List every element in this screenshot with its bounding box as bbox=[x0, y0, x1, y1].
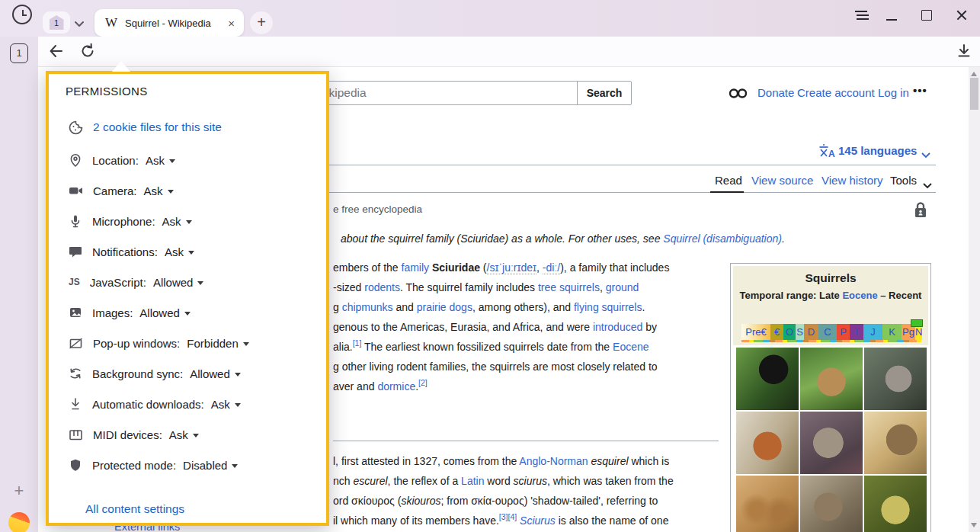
tab-view-source[interactable]: View source bbox=[751, 174, 813, 187]
microphone-icon bbox=[69, 214, 82, 229]
timeline-period-P[interactable]: P bbox=[837, 324, 850, 340]
all-content-settings-link[interactable]: All content settings bbox=[85, 502, 184, 516]
infobox-image-fox-squirrel[interactable] bbox=[736, 412, 799, 474]
timeline-period-J[interactable]: J bbox=[863, 324, 882, 340]
images-icon bbox=[69, 306, 82, 319]
new-tab-button[interactable]: + bbox=[250, 11, 273, 34]
permission-label: Background sync: bbox=[92, 367, 183, 380]
permission-row-protected-mode: Protected mode: Disabled bbox=[69, 455, 238, 475]
tab-count-badge[interactable]: 1 bbox=[10, 43, 28, 63]
caret-down-icon bbox=[169, 159, 175, 163]
page-protection-lock-icon[interactable] bbox=[913, 201, 928, 223]
infobox-image-black-giant-squirrel[interactable] bbox=[736, 348, 799, 410]
timeline-period-O[interactable]: O bbox=[783, 324, 796, 340]
timeline-period-Pre€[interactable]: Pre€ bbox=[741, 324, 770, 340]
body-line: aver and dormice.[2] bbox=[333, 377, 731, 396]
browser-sidebar: 1 + ••• bbox=[0, 37, 38, 532]
personal-tools-more-icon[interactable]: ••• bbox=[913, 84, 927, 97]
permission-row-images: Images: Allowed bbox=[69, 303, 191, 322]
tab-group-chevron-icon[interactable] bbox=[73, 17, 85, 30]
permission-value-dropdown[interactable]: Disabled bbox=[183, 459, 238, 472]
tab-group-chip[interactable]: 1 bbox=[43, 11, 70, 34]
caret-down-icon bbox=[235, 373, 241, 377]
midi-devices-icon bbox=[69, 428, 83, 441]
permission-label: Images: bbox=[92, 306, 133, 319]
scroll-down-arrow[interactable] bbox=[971, 523, 977, 527]
permission-value-dropdown[interactable]: Ask bbox=[169, 428, 199, 441]
permission-value-dropdown[interactable]: Ask bbox=[162, 215, 192, 228]
timeline-period-T[interactable]: T bbox=[850, 324, 863, 340]
permission-row-javascript: JS JavaScript: Allowed bbox=[69, 272, 203, 292]
yandex-browser-icon[interactable] bbox=[8, 512, 30, 532]
languages-button[interactable]: 145 languages bbox=[838, 144, 917, 157]
infobox-image-standing-ground-squirrels[interactable] bbox=[736, 476, 799, 532]
permission-row-automatic-downloads: Automatic downloads: Ask bbox=[69, 394, 241, 414]
scrollbar-thumb[interactable] bbox=[970, 78, 978, 110]
permissions-panel: PERMISSIONS 2 cookie files for this site… bbox=[46, 71, 329, 526]
site-tagline: e free encyclopedia bbox=[333, 204, 422, 215]
permission-value-dropdown[interactable]: Ask bbox=[211, 398, 241, 411]
refresh-icon[interactable] bbox=[79, 43, 96, 62]
infobox-image-unstriped-ground-squirrel[interactable] bbox=[864, 412, 927, 474]
permission-value-dropdown[interactable]: Ask bbox=[165, 245, 194, 258]
infobox-image-prairie-dogs[interactable] bbox=[864, 476, 927, 532]
notifications-icon bbox=[69, 245, 82, 258]
login-link[interactable]: Log in bbox=[878, 86, 909, 99]
wikipedia-favicon: W bbox=[105, 15, 117, 30]
infobox-image-gray-squirrel[interactable] bbox=[864, 348, 927, 410]
maximize-button[interactable] bbox=[919, 8, 934, 23]
languages-chevron-icon[interactable] bbox=[921, 148, 931, 162]
history-clock-icon[interactable] bbox=[12, 5, 32, 24]
section-divider bbox=[333, 441, 719, 441]
permission-row-popup-windows: Pop-up windows: Forbidden bbox=[69, 333, 249, 353]
tab-read[interactable]: Read bbox=[715, 174, 742, 187]
permission-label: JavaScript: bbox=[90, 276, 146, 289]
wiki-search-button[interactable]: Search bbox=[577, 81, 632, 105]
body-line: g chipmunks and prairie dogs, among othe… bbox=[333, 297, 731, 317]
minimize-button[interactable] bbox=[884, 8, 899, 23]
create-account-link[interactable]: Create account bbox=[797, 86, 875, 99]
timeline-period-K[interactable]: K bbox=[882, 324, 902, 340]
infobox-image-chipmunk[interactable] bbox=[800, 348, 863, 410]
browser-menu-button[interactable] bbox=[853, 8, 869, 23]
permission-row-location: Location: Ask bbox=[69, 150, 175, 170]
body-line: -sized rodents. The squirrel family incl… bbox=[333, 277, 731, 297]
infobox-image-ground-squirrel[interactable] bbox=[800, 412, 863, 474]
scroll-up-arrow[interactable] bbox=[971, 72, 977, 76]
tools-chevron-icon[interactable] bbox=[922, 178, 933, 192]
appearance-glasses-icon[interactable] bbox=[729, 88, 748, 102]
body-line: ord σκίουρος (skiouros; from σκία-ουρος)… bbox=[333, 491, 731, 511]
body-line: genous to the Americas, Eurasia, and Afr… bbox=[333, 317, 731, 337]
tab-tools[interactable]: Tools bbox=[890, 174, 917, 187]
infobox-image-marmots[interactable] bbox=[800, 476, 863, 532]
cookies-link[interactable]: 2 cookie files for this site bbox=[93, 120, 222, 134]
permission-row-camera: Camera: Ask bbox=[69, 181, 174, 200]
permissions-title: PERMISSIONS bbox=[66, 85, 148, 98]
donate-link[interactable]: Donate bbox=[757, 86, 794, 99]
page-scrollbar[interactable] bbox=[969, 67, 980, 532]
permission-label: MIDI devices: bbox=[93, 428, 162, 441]
timeline-period-€[interactable]: € bbox=[770, 324, 783, 340]
tab-close-icon[interactable]: × bbox=[226, 17, 236, 30]
permission-value-dropdown[interactable]: Ask bbox=[146, 154, 175, 167]
back-icon[interactable] bbox=[47, 42, 66, 63]
permission-value-dropdown[interactable]: Allowed bbox=[139, 306, 191, 319]
timeline-period-C[interactable]: C bbox=[818, 324, 837, 340]
permission-value-dropdown[interactable]: Allowed bbox=[153, 276, 204, 289]
permission-label: Camera: bbox=[93, 184, 137, 197]
close-window-button[interactable] bbox=[954, 8, 969, 23]
downloads-toolbar-icon[interactable] bbox=[956, 43, 972, 62]
tab-view-history[interactable]: View history bbox=[821, 174, 883, 187]
timeline-period-D[interactable]: D bbox=[804, 324, 818, 340]
tab-title: Squirrel - Wikipedia bbox=[125, 18, 226, 29]
permission-value-dropdown[interactable]: Forbidden bbox=[187, 337, 249, 350]
cookies-row: 2 cookie files for this site bbox=[69, 117, 222, 137]
tab-group-icon: 1 bbox=[50, 15, 64, 30]
permission-value-dropdown[interactable]: Ask bbox=[144, 184, 174, 197]
taxobox-title: Squirrels bbox=[733, 271, 928, 285]
body-line: embers of the family Sciuridae (/sɪˈjuːr… bbox=[333, 258, 731, 277]
tab-squirrel-wikipedia[interactable]: W Squirrel - Wikipedia × bbox=[94, 9, 244, 37]
sidebar-add-icon[interactable]: + bbox=[11, 483, 27, 500]
permission-value-dropdown[interactable]: Allowed bbox=[190, 367, 241, 380]
timeline-period-S[interactable]: S bbox=[796, 324, 804, 340]
